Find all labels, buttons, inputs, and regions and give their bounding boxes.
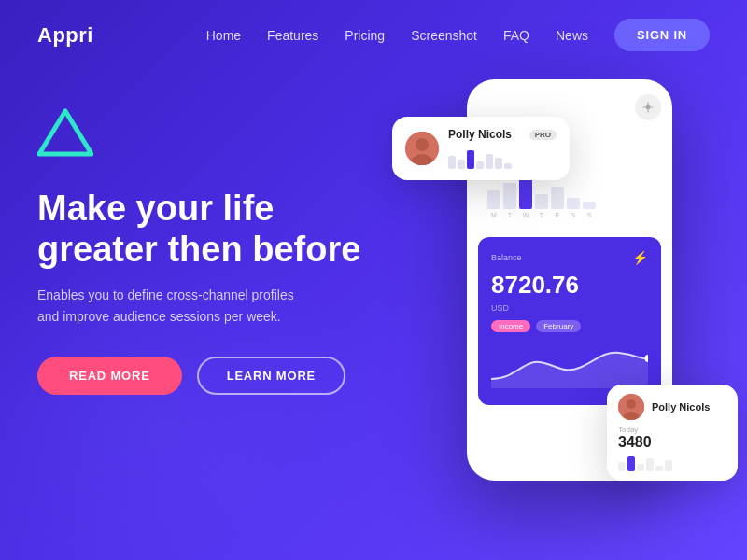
lightning-icon: ⚡ bbox=[632, 250, 648, 265]
svg-point-2 bbox=[416, 138, 429, 151]
avatar-small bbox=[618, 394, 644, 420]
read-more-button[interactable]: READ MORE bbox=[37, 357, 182, 395]
february-tag: February bbox=[536, 320, 581, 332]
mini-bar bbox=[486, 154, 493, 169]
phone-mockup-area: Polly Nicols PRO bbox=[411, 89, 710, 555]
balance-value: 8720.76 bbox=[491, 271, 648, 300]
chart-bar bbox=[551, 187, 564, 209]
nav-screenshot[interactable]: Screenshot bbox=[411, 28, 477, 43]
cb-bar bbox=[618, 462, 626, 471]
balance-card: Balance ⚡ 8720.76 USD Income February bbox=[478, 237, 661, 405]
balance-currency: USD bbox=[491, 303, 648, 313]
profile-info: Polly Nicols PRO bbox=[448, 128, 557, 169]
nav-news[interactable]: News bbox=[556, 28, 588, 43]
card-bottom-header: Polly Nicols bbox=[618, 394, 726, 420]
nav-features[interactable]: Features bbox=[267, 28, 318, 43]
learn-more-button[interactable]: LEARN MORE bbox=[197, 357, 345, 395]
card-bottom-today-label: Today bbox=[618, 426, 726, 434]
wave-chart bbox=[491, 342, 648, 388]
chart-bar bbox=[487, 190, 500, 209]
chart-bar bbox=[503, 183, 516, 209]
nav-links: Home Features Pricing Screenshot FAQ New… bbox=[206, 19, 710, 51]
mini-bar bbox=[504, 163, 512, 169]
nav-faq[interactable]: FAQ bbox=[503, 28, 529, 43]
profile-card-top: Polly Nicols PRO bbox=[392, 117, 570, 180]
chart-label: S bbox=[583, 212, 596, 218]
card-bottom-chart bbox=[618, 455, 726, 471]
triangle-icon bbox=[37, 107, 93, 159]
balance-header: Balance ⚡ bbox=[491, 250, 648, 265]
balance-tags: Income February bbox=[491, 320, 648, 332]
signin-button[interactable]: SIGN IN bbox=[614, 19, 710, 51]
mini-bar bbox=[476, 161, 484, 169]
profile-card-bottom: Polly Nicols Today 3480 bbox=[607, 385, 738, 481]
hero-buttons: READ MORE LEARN MORE bbox=[37, 357, 392, 395]
nav-pricing[interactable]: Pricing bbox=[345, 28, 385, 43]
cb-bar bbox=[665, 460, 672, 471]
chart-label: M bbox=[487, 212, 500, 218]
svg-point-4 bbox=[646, 105, 651, 110]
svg-point-7 bbox=[627, 399, 636, 409]
chart-labels: M T W T F S S bbox=[487, 212, 652, 218]
nav-home[interactable]: Home bbox=[206, 28, 241, 43]
chart-bar bbox=[519, 175, 532, 209]
cb-bar bbox=[655, 466, 663, 471]
income-tag: Income bbox=[491, 320, 530, 332]
mini-bar bbox=[495, 158, 502, 169]
svg-marker-0 bbox=[39, 111, 92, 154]
phone-settings-icon bbox=[635, 94, 661, 120]
chart-label: S bbox=[567, 212, 580, 218]
hero-title: Make your life greater then before bbox=[37, 189, 392, 270]
chart-bar bbox=[567, 198, 580, 209]
avatar bbox=[405, 132, 439, 165]
mini-bar bbox=[467, 150, 474, 169]
profile-name: Polly Nicols bbox=[448, 128, 512, 141]
profile-mini-chart bbox=[448, 147, 557, 169]
chart-label: F bbox=[551, 212, 564, 218]
chart-label: T bbox=[535, 212, 548, 218]
chart-label: W bbox=[519, 212, 532, 218]
card-bottom-value: 3480 bbox=[618, 434, 726, 451]
hero-subtitle: Enables you to define cross-channel prof… bbox=[37, 285, 317, 327]
card-bottom-name: Polly Nicols bbox=[652, 401, 710, 413]
bar-chart bbox=[487, 175, 652, 209]
pro-badge: PRO bbox=[529, 130, 557, 140]
mini-bar bbox=[458, 160, 465, 169]
hero-section: Make your life greater then before Enabl… bbox=[0, 70, 747, 555]
cb-bar bbox=[646, 458, 654, 471]
cb-bar bbox=[637, 464, 644, 471]
logo: Appri bbox=[37, 23, 93, 48]
hero-content: Make your life greater then before Enabl… bbox=[37, 89, 392, 395]
chart-label: T bbox=[503, 212, 516, 218]
mini-bar bbox=[448, 156, 456, 169]
cb-bar bbox=[627, 456, 635, 471]
chart-bar bbox=[583, 202, 596, 209]
navbar: Appri Home Features Pricing Screenshot F… bbox=[0, 0, 747, 70]
chart-bar bbox=[535, 194, 548, 209]
